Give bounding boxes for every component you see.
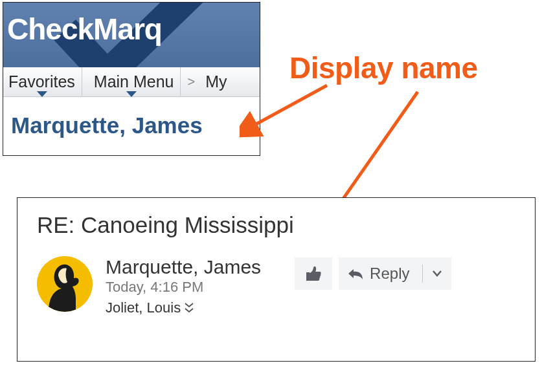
email-actions: Reply (295, 257, 451, 290)
checkmarq-header: CheckMarq (3, 3, 260, 67)
menu-favorites-label: Favorites (8, 72, 75, 91)
reply-button-label: Reply (370, 265, 409, 283)
menu-my[interactable]: My (201, 67, 233, 96)
menu-favorites[interactable]: Favorites (3, 67, 82, 96)
svg-marker-0 (37, 91, 47, 97)
thumbs-up-icon (305, 266, 322, 281)
svg-marker-1 (126, 91, 137, 97)
dropdown-caret-icon (37, 91, 47, 98)
checkmarq-panel: CheckMarq Favorites Main Menu > My Marqu… (3, 2, 260, 156)
reply-button[interactable]: Reply (339, 257, 451, 290)
expand-recipients-icon (185, 303, 194, 313)
email-sender: Marquette, James (106, 256, 261, 278)
annotation-label: Display name (289, 50, 478, 85)
button-divider (422, 265, 423, 283)
reply-arrow-icon (348, 267, 363, 280)
email-subject: RE: Canoeing Mississippi (37, 212, 519, 238)
email-header-row: Marquette, James Today, 4:16 PM Joliet, … (37, 256, 519, 316)
avatar (37, 256, 93, 312)
svg-line-3 (251, 85, 327, 127)
checkmarq-display-name: Marquette, James (3, 97, 260, 138)
like-button[interactable] (295, 257, 332, 290)
menu-main-menu[interactable]: Main Menu (82, 67, 181, 96)
dropdown-caret-icon (126, 91, 137, 98)
email-panel: RE: Canoeing Mississippi Marquette, Jame… (17, 197, 536, 362)
email-timestamp: Today, 4:16 PM (106, 279, 261, 296)
email-meta: Marquette, James Today, 4:16 PM Joliet, … (106, 256, 261, 316)
email-recipient[interactable]: Joliet, Louis (106, 299, 261, 316)
menu-my-label: My (205, 72, 227, 91)
avatar-portrait-icon (37, 256, 93, 312)
menubar: Favorites Main Menu > My (3, 67, 260, 97)
menu-main-menu-label: Main Menu (94, 72, 174, 91)
app-title: CheckMarq (7, 12, 162, 47)
email-recipient-name: Joliet, Louis (106, 299, 181, 316)
breadcrumb-separator-icon: > (181, 74, 201, 89)
chevron-down-icon[interactable] (432, 270, 442, 278)
